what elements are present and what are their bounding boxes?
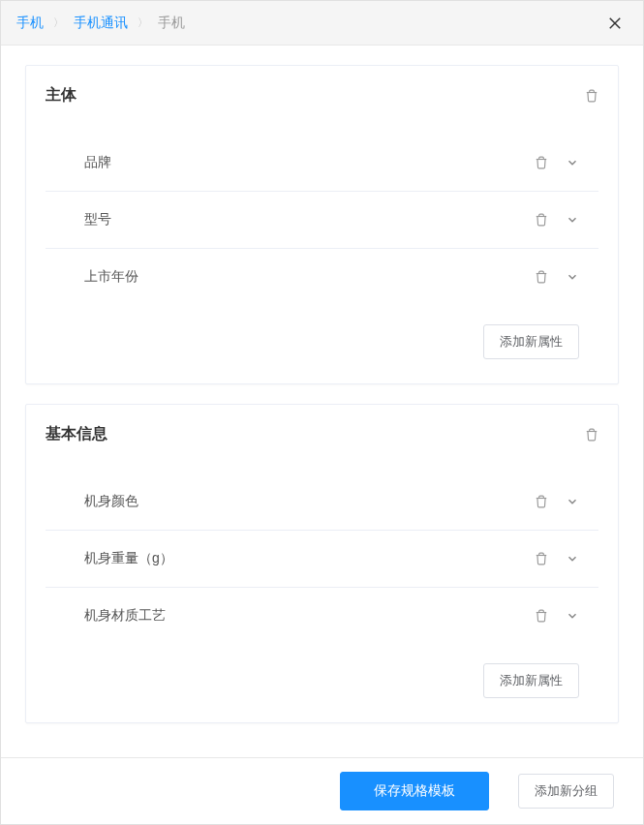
trash-icon[interactable]: [535, 609, 548, 623]
trash-icon[interactable]: [535, 270, 548, 284]
add-attribute-button[interactable]: 添加新属性: [483, 324, 579, 359]
trash-icon[interactable]: [535, 156, 548, 169]
attribute-row: 机身颜色: [46, 474, 598, 531]
trash-icon[interactable]: [535, 213, 548, 227]
breadcrumb-current: 手机: [158, 15, 185, 32]
trash-icon[interactable]: [585, 89, 598, 103]
attribute-actions: [535, 156, 579, 169]
attribute-row: 型号: [46, 192, 598, 249]
group-card: 基本信息 机身颜色 机身重量（g）: [25, 404, 619, 723]
attribute-actions: [535, 609, 579, 623]
spec-template-modal: 手机 〉 手机通讯 〉 手机 主体 品牌: [0, 0, 644, 825]
group-footer: 添加新属性: [26, 305, 618, 383]
chevron-down-icon[interactable]: [566, 609, 579, 623]
group-title: 主体: [46, 85, 77, 106]
group-card: 主体 品牌 型号: [25, 65, 619, 384]
modal-footer: 保存规格模板 添加新分组: [1, 757, 643, 824]
attribute-name: 上市年份: [84, 268, 138, 286]
group-header: 主体: [26, 66, 618, 135]
trash-icon[interactable]: [535, 552, 548, 565]
group-footer: 添加新属性: [26, 644, 618, 722]
chevron-down-icon[interactable]: [566, 495, 579, 508]
attribute-row: 品牌: [46, 135, 598, 192]
modal-header: 手机 〉 手机通讯 〉 手机: [1, 1, 643, 46]
chevron-down-icon[interactable]: [566, 156, 579, 169]
chevron-down-icon[interactable]: [566, 270, 579, 284]
group-header: 基本信息: [26, 405, 618, 474]
breadcrumb: 手机 〉 手机通讯 〉 手机: [16, 15, 185, 32]
chevron-down-icon[interactable]: [566, 213, 579, 227]
trash-icon[interactable]: [585, 428, 598, 442]
chevron-down-icon[interactable]: [566, 552, 579, 565]
attribute-row: 机身重量（g）: [46, 531, 598, 588]
chevron-right-icon: 〉: [138, 15, 148, 30]
attribute-name: 型号: [84, 211, 111, 229]
attribute-name: 机身材质工艺: [84, 607, 166, 625]
attribute-name: 机身颜色: [84, 493, 138, 510]
attribute-actions: [535, 270, 579, 284]
add-group-button[interactable]: 添加新分组: [518, 774, 614, 809]
breadcrumb-link-1[interactable]: 手机: [16, 15, 44, 32]
attribute-actions: [535, 495, 579, 508]
breadcrumb-link-2[interactable]: 手机通讯: [74, 15, 128, 32]
attribute-actions: [535, 213, 579, 227]
save-template-button[interactable]: 保存规格模板: [340, 772, 489, 810]
modal-content: 主体 品牌 型号: [1, 46, 643, 757]
attribute-name: 品牌: [84, 154, 111, 171]
attribute-list: 机身颜色 机身重量（g） 机身材质工艺: [26, 474, 618, 644]
chevron-right-icon: 〉: [53, 15, 64, 30]
trash-icon[interactable]: [535, 495, 548, 508]
add-attribute-button[interactable]: 添加新属性: [483, 663, 579, 698]
close-icon[interactable]: [602, 11, 628, 36]
attribute-row: 上市年份: [46, 249, 598, 305]
attribute-row: 机身材质工艺: [46, 588, 598, 644]
attribute-actions: [535, 552, 579, 565]
attribute-list: 品牌 型号 上市年份: [26, 135, 618, 305]
attribute-name: 机身重量（g）: [84, 550, 173, 567]
group-title: 基本信息: [46, 424, 107, 444]
